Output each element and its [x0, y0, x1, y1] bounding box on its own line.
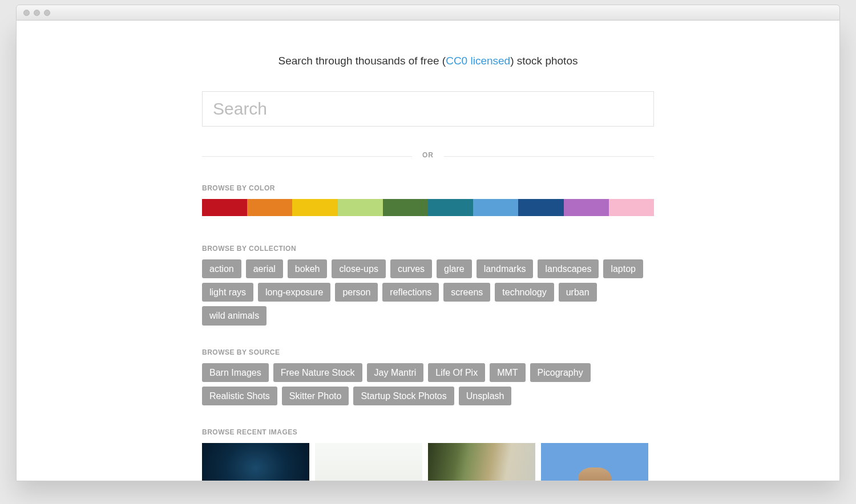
color-swatch[interactable]	[338, 199, 383, 216]
recent-images-row	[202, 443, 654, 481]
cc0-license-link[interactable]: CC0 licensed	[446, 55, 510, 67]
source-tag[interactable]: Skitter Photo	[282, 387, 349, 405]
source-tag[interactable]: Life Of Pix	[428, 363, 485, 382]
collection-tag[interactable]: bokeh	[288, 259, 328, 278]
color-swatch[interactable]	[609, 199, 654, 216]
collection-tag[interactable]: screens	[443, 283, 490, 302]
browse-by-collection-label: BROWSE BY COLLECTION	[202, 245, 654, 253]
collection-tag[interactable]: action	[202, 259, 241, 278]
divider-label: OR	[412, 151, 444, 159]
source-tag[interactable]: Startup Stock Photos	[353, 387, 454, 405]
collection-tag[interactable]: person	[335, 283, 378, 302]
browse-by-color-label: BROWSE BY COLOR	[202, 184, 654, 192]
source-tag[interactable]: Barn Images	[202, 363, 269, 382]
source-tag[interactable]: Realistic Shots	[202, 387, 277, 405]
recent-image-thumbnail[interactable]	[428, 443, 535, 481]
search-input[interactable]	[202, 91, 654, 127]
collection-tag[interactable]: glare	[437, 259, 472, 278]
color-swatch[interactable]	[564, 199, 609, 216]
collection-tag[interactable]: aerial	[246, 259, 283, 278]
main-content: Search through thousands of free (CC0 li…	[202, 21, 654, 481]
source-tag[interactable]: Jay Mantri	[367, 363, 424, 382]
browse-recent-images-label: BROWSE RECENT IMAGES	[202, 428, 654, 436]
browse-by-source-label: BROWSE BY SOURCE	[202, 348, 654, 356]
minimize-window-icon[interactable]	[34, 10, 40, 16]
recent-image-thumbnail[interactable]	[202, 443, 309, 481]
color-swatch-row	[202, 199, 654, 216]
collection-tag[interactable]: urban	[559, 283, 597, 302]
color-swatch[interactable]	[428, 199, 473, 216]
collection-tag[interactable]: laptop	[603, 259, 643, 278]
collection-tag[interactable]: reflections	[382, 283, 439, 302]
headline-post: ) stock photos	[510, 55, 578, 67]
color-swatch[interactable]	[247, 199, 292, 216]
collection-tag[interactable]: wild animals	[202, 306, 267, 325]
page-headline: Search through thousands of free (CC0 li…	[202, 55, 654, 67]
source-tag[interactable]: Unsplash	[459, 387, 512, 405]
headline-pre: Search through thousands of free (	[278, 55, 446, 67]
source-tag[interactable]: Free Nature Stock	[273, 363, 362, 382]
color-swatch[interactable]	[473, 199, 518, 216]
window-titlebar	[16, 5, 840, 21]
collection-tag[interactable]: landscapes	[538, 259, 599, 278]
close-window-icon[interactable]	[23, 10, 30, 16]
collection-tag[interactable]: landmarks	[477, 259, 534, 278]
or-divider: OR	[202, 156, 654, 157]
collection-tag[interactable]: close-ups	[332, 259, 385, 278]
window-body: Search through thousands of free (CC0 li…	[16, 21, 840, 481]
color-swatch[interactable]	[383, 199, 428, 216]
source-tag[interactable]: Picography	[530, 363, 591, 382]
collection-tag[interactable]: curves	[390, 259, 432, 278]
recent-image-thumbnail[interactable]	[315, 443, 422, 481]
collection-tag[interactable]: technology	[495, 283, 554, 302]
color-swatch[interactable]	[518, 199, 563, 216]
recent-image-thumbnail[interactable]	[541, 443, 648, 481]
source-tag[interactable]: MMT	[490, 363, 525, 382]
collection-tag-row: actionaerialbokehclose-upscurvesglarelan…	[202, 259, 654, 326]
collection-tag[interactable]: light rays	[202, 283, 253, 302]
color-swatch[interactable]	[292, 199, 337, 216]
collection-tag[interactable]: long-exposure	[258, 283, 330, 302]
source-tag-row: Barn ImagesFree Nature StockJay MantriLi…	[202, 363, 654, 405]
zoom-window-icon[interactable]	[44, 10, 50, 16]
color-swatch[interactable]	[202, 199, 247, 216]
